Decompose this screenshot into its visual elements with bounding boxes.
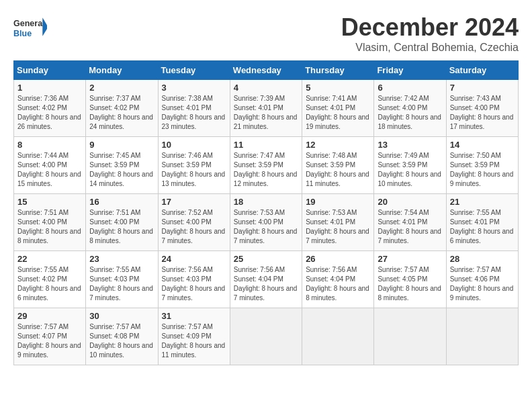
day-info: Sunrise: 7:57 AM Sunset: 4:06 PM Dayligh… bbox=[450, 265, 515, 303]
sunrise-label: Sunrise: 7:46 AM bbox=[162, 152, 213, 159]
svg-text:Blue: Blue bbox=[13, 29, 32, 38]
sunset-label: Sunset: 4:00 PM bbox=[378, 104, 427, 111]
daylight-label: Daylight: 8 hours and 7 minutes. bbox=[234, 228, 298, 244]
sunset-label: Sunset: 4:04 PM bbox=[234, 275, 283, 283]
page-header: General Blue December 2024 Vlasim, Centr… bbox=[13, 13, 519, 54]
day-info: Sunrise: 7:55 AM Sunset: 4:03 PM Dayligh… bbox=[89, 265, 154, 303]
sunset-label: Sunset: 3:59 PM bbox=[306, 161, 355, 169]
sunrise-label: Sunrise: 7:56 AM bbox=[234, 266, 285, 273]
day-number: 24 bbox=[162, 254, 226, 264]
sunset-label: Sunset: 4:02 PM bbox=[17, 104, 67, 111]
calendar-cell: 26 Sunrise: 7:56 AM Sunset: 4:04 PM Dayl… bbox=[302, 251, 374, 308]
day-info: Sunrise: 7:47 AM Sunset: 3:59 PM Dayligh… bbox=[234, 151, 298, 189]
sunrise-label: Sunrise: 7:45 AM bbox=[89, 152, 140, 159]
daylight-label: Daylight: 8 hours and 7 minutes. bbox=[378, 228, 441, 244]
daylight-label: Daylight: 8 hours and 7 minutes. bbox=[306, 228, 369, 244]
day-number: 16 bbox=[89, 197, 154, 207]
calendar-cell bbox=[302, 308, 374, 365]
calendar-cell bbox=[230, 308, 302, 365]
sunrise-label: Sunrise: 7:54 AM bbox=[378, 209, 429, 216]
calendar-cell: 23 Sunrise: 7:55 AM Sunset: 4:03 PM Dayl… bbox=[86, 251, 158, 308]
day-number: 8 bbox=[17, 140, 82, 150]
daylight-label: Daylight: 8 hours and 12 minutes. bbox=[234, 171, 298, 187]
day-info: Sunrise: 7:44 AM Sunset: 4:00 PM Dayligh… bbox=[17, 151, 82, 189]
day-info: Sunrise: 7:53 AM Sunset: 4:00 PM Dayligh… bbox=[234, 208, 298, 246]
sunrise-label: Sunrise: 7:48 AM bbox=[306, 152, 357, 159]
day-number: 5 bbox=[306, 83, 370, 93]
calendar-cell: 12 Sunrise: 7:48 AM Sunset: 3:59 PM Dayl… bbox=[302, 137, 374, 194]
calendar-cell: 5 Sunrise: 7:41 AM Sunset: 4:01 PM Dayli… bbox=[302, 80, 374, 137]
calendar-cell: 13 Sunrise: 7:49 AM Sunset: 3:59 PM Dayl… bbox=[374, 137, 446, 194]
day-info: Sunrise: 7:51 AM Sunset: 4:00 PM Dayligh… bbox=[17, 208, 82, 246]
daylight-label: Daylight: 8 hours and 7 minutes. bbox=[234, 285, 298, 302]
day-number: 12 bbox=[306, 140, 370, 150]
day-info: Sunrise: 7:43 AM Sunset: 4:00 PM Dayligh… bbox=[450, 94, 515, 132]
day-number: 10 bbox=[162, 140, 226, 150]
sunset-label: Sunset: 4:01 PM bbox=[306, 218, 355, 226]
calendar-cell: 25 Sunrise: 7:56 AM Sunset: 4:04 PM Dayl… bbox=[230, 251, 302, 308]
calendar-cell: 21 Sunrise: 7:55 AM Sunset: 4:01 PM Dayl… bbox=[446, 194, 518, 251]
sunset-label: Sunset: 4:01 PM bbox=[378, 218, 427, 226]
daylight-label: Daylight: 8 hours and 6 minutes. bbox=[17, 285, 81, 302]
sunrise-label: Sunrise: 7:51 AM bbox=[17, 209, 69, 216]
sunrise-label: Sunrise: 7:57 AM bbox=[17, 323, 69, 330]
calendar-cell: 18 Sunrise: 7:53 AM Sunset: 4:00 PM Dayl… bbox=[230, 194, 302, 251]
daylight-label: Daylight: 8 hours and 11 minutes. bbox=[162, 342, 226, 359]
calendar-body: 1 Sunrise: 7:36 AM Sunset: 4:02 PM Dayli… bbox=[14, 80, 519, 365]
day-info: Sunrise: 7:54 AM Sunset: 4:01 PM Dayligh… bbox=[378, 208, 442, 246]
month-title: December 2024 bbox=[341, 13, 519, 42]
location-subtitle: Vlasim, Central Bohemia, Czechia bbox=[341, 42, 519, 54]
calendar-cell: 16 Sunrise: 7:51 AM Sunset: 4:00 PM Dayl… bbox=[86, 194, 158, 251]
calendar-cell: 9 Sunrise: 7:45 AM Sunset: 3:59 PM Dayli… bbox=[86, 137, 158, 194]
sunrise-label: Sunrise: 7:49 AM bbox=[378, 152, 429, 159]
calendar-cell: 8 Sunrise: 7:44 AM Sunset: 4:00 PM Dayli… bbox=[14, 137, 86, 194]
day-info: Sunrise: 7:56 AM Sunset: 4:04 PM Dayligh… bbox=[234, 265, 298, 303]
calendar-cell: 17 Sunrise: 7:52 AM Sunset: 4:00 PM Dayl… bbox=[158, 194, 230, 251]
calendar-cell: 29 Sunrise: 7:57 AM Sunset: 4:07 PM Dayl… bbox=[14, 308, 86, 365]
sunset-label: Sunset: 4:03 PM bbox=[89, 275, 139, 283]
calendar-cell: 24 Sunrise: 7:56 AM Sunset: 4:03 PM Dayl… bbox=[158, 251, 230, 308]
day-info: Sunrise: 7:52 AM Sunset: 4:00 PM Dayligh… bbox=[162, 208, 226, 246]
day-number: 2 bbox=[89, 83, 154, 93]
sunset-label: Sunset: 4:01 PM bbox=[234, 104, 283, 111]
calendar-week-row: 29 Sunrise: 7:57 AM Sunset: 4:07 PM Dayl… bbox=[14, 308, 519, 365]
day-number: 7 bbox=[450, 83, 515, 93]
sunset-label: Sunset: 3:59 PM bbox=[234, 161, 283, 169]
col-friday: Friday bbox=[374, 61, 446, 80]
daylight-label: Daylight: 8 hours and 14 minutes. bbox=[89, 171, 153, 187]
day-info: Sunrise: 7:45 AM Sunset: 3:59 PM Dayligh… bbox=[89, 151, 154, 189]
day-info: Sunrise: 7:46 AM Sunset: 3:59 PM Dayligh… bbox=[162, 151, 226, 189]
day-number: 30 bbox=[89, 311, 154, 321]
day-number: 31 bbox=[162, 311, 226, 321]
day-number: 9 bbox=[89, 140, 154, 150]
day-number: 4 bbox=[234, 83, 298, 93]
calendar-table: Sunday Monday Tuesday Wednesday Thursday… bbox=[13, 60, 519, 365]
calendar-cell: 20 Sunrise: 7:54 AM Sunset: 4:01 PM Dayl… bbox=[374, 194, 446, 251]
calendar-cell: 15 Sunrise: 7:51 AM Sunset: 4:00 PM Dayl… bbox=[14, 194, 86, 251]
calendar-cell: 14 Sunrise: 7:50 AM Sunset: 3:59 PM Dayl… bbox=[446, 137, 518, 194]
sunrise-label: Sunrise: 7:57 AM bbox=[162, 323, 213, 330]
title-block: December 2024 Vlasim, Central Bohemia, C… bbox=[341, 13, 519, 54]
sunset-label: Sunset: 3:59 PM bbox=[450, 161, 500, 169]
calendar-cell: 19 Sunrise: 7:53 AM Sunset: 4:01 PM Dayl… bbox=[302, 194, 374, 251]
sunset-label: Sunset: 4:00 PM bbox=[89, 218, 139, 226]
sunrise-label: Sunrise: 7:57 AM bbox=[378, 266, 429, 273]
sunrise-label: Sunrise: 7:57 AM bbox=[89, 323, 140, 330]
day-number: 28 bbox=[450, 254, 515, 264]
col-thursday: Thursday bbox=[302, 61, 374, 80]
daylight-label: Daylight: 8 hours and 10 minutes. bbox=[89, 342, 153, 359]
svg-text:General: General bbox=[13, 19, 45, 28]
calendar-cell: 1 Sunrise: 7:36 AM Sunset: 4:02 PM Dayli… bbox=[14, 80, 86, 137]
sunset-label: Sunset: 4:08 PM bbox=[89, 332, 139, 340]
day-info: Sunrise: 7:37 AM Sunset: 4:02 PM Dayligh… bbox=[89, 94, 154, 132]
col-tuesday: Tuesday bbox=[158, 61, 230, 80]
day-number: 26 bbox=[306, 254, 370, 264]
day-info: Sunrise: 7:55 AM Sunset: 4:01 PM Dayligh… bbox=[450, 208, 515, 246]
daylight-label: Daylight: 8 hours and 9 minutes. bbox=[17, 342, 81, 359]
day-number: 1 bbox=[17, 83, 82, 93]
calendar-cell: 4 Sunrise: 7:39 AM Sunset: 4:01 PM Dayli… bbox=[230, 80, 302, 137]
calendar-cell: 27 Sunrise: 7:57 AM Sunset: 4:05 PM Dayl… bbox=[374, 251, 446, 308]
sunset-label: Sunset: 4:01 PM bbox=[306, 104, 355, 111]
day-info: Sunrise: 7:41 AM Sunset: 4:01 PM Dayligh… bbox=[306, 94, 370, 132]
logo: General Blue bbox=[13, 13, 47, 47]
